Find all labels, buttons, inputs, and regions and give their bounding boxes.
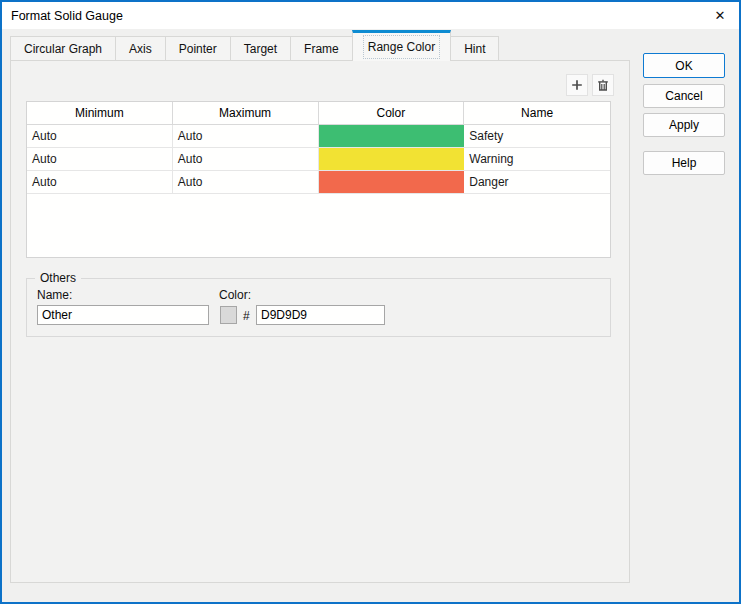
cell-name[interactable]: Warning xyxy=(464,148,610,170)
cell-maximum[interactable]: Auto xyxy=(173,125,319,147)
tab-pointer[interactable]: Pointer xyxy=(165,36,231,60)
cell-minimum[interactable]: Auto xyxy=(27,148,173,170)
color-label: Color: xyxy=(219,288,251,302)
others-group-legend: Others xyxy=(35,271,81,285)
range-table-header: Minimum Maximum Color Name xyxy=(27,102,610,125)
cell-maximum[interactable]: Auto xyxy=(173,148,319,170)
table-row-danger[interactable]: Auto Auto Danger xyxy=(27,171,610,194)
other-color-swatch[interactable] xyxy=(220,306,237,324)
tab-frame[interactable]: Frame xyxy=(290,36,353,60)
other-color-hex-input[interactable] xyxy=(256,305,385,325)
column-header-name: Name xyxy=(464,102,610,124)
range-table: Minimum Maximum Color Name Auto Auto Saf… xyxy=(26,101,611,258)
tab-axis[interactable]: Axis xyxy=(115,36,166,60)
cell-minimum[interactable]: Auto xyxy=(27,125,173,147)
cell-color-swatch[interactable] xyxy=(319,171,465,193)
other-name-input[interactable] xyxy=(37,305,209,325)
help-button[interactable]: Help xyxy=(643,151,725,175)
tab-range-color[interactable]: Range Color xyxy=(352,30,451,61)
apply-button[interactable]: Apply xyxy=(643,113,725,137)
cell-minimum[interactable]: Auto xyxy=(27,171,173,193)
tab-strip: Circular Graph Axis Pointer Target Frame… xyxy=(10,29,498,60)
others-group: Others Name: Color: # xyxy=(26,278,611,337)
trash-icon xyxy=(597,79,609,91)
range-color-panel: Minimum Maximum Color Name Auto Auto Saf… xyxy=(10,60,630,583)
ok-button[interactable]: OK xyxy=(643,53,725,78)
tab-circular-graph[interactable]: Circular Graph xyxy=(10,36,116,60)
cell-maximum[interactable]: Auto xyxy=(173,171,319,193)
cancel-button[interactable]: Cancel xyxy=(643,84,725,108)
plus-icon xyxy=(571,79,583,91)
format-solid-gauge-dialog: Format Solid Gauge ✕ Circular Graph Axis… xyxy=(0,0,741,604)
add-range-button[interactable] xyxy=(566,74,588,96)
dialog-title: Format Solid Gauge xyxy=(2,9,123,23)
tab-hint[interactable]: Hint xyxy=(450,36,499,60)
cell-color-swatch[interactable] xyxy=(319,125,465,147)
column-header-minimum: Minimum xyxy=(27,102,173,124)
hash-symbol: # xyxy=(243,309,250,323)
titlebar: Format Solid Gauge ✕ xyxy=(2,2,739,29)
cell-color-swatch[interactable] xyxy=(319,148,465,170)
tab-target[interactable]: Target xyxy=(230,36,291,60)
delete-range-button[interactable] xyxy=(592,74,614,96)
table-row-safety[interactable]: Auto Auto Safety xyxy=(27,125,610,148)
column-header-color: Color xyxy=(319,102,465,124)
cell-name[interactable]: Safety xyxy=(464,125,610,147)
table-row-warning[interactable]: Auto Auto Warning xyxy=(27,148,610,171)
close-icon[interactable]: ✕ xyxy=(701,2,739,29)
name-label: Name: xyxy=(37,288,72,302)
cell-name[interactable]: Danger xyxy=(464,171,610,193)
column-header-maximum: Maximum xyxy=(173,102,319,124)
